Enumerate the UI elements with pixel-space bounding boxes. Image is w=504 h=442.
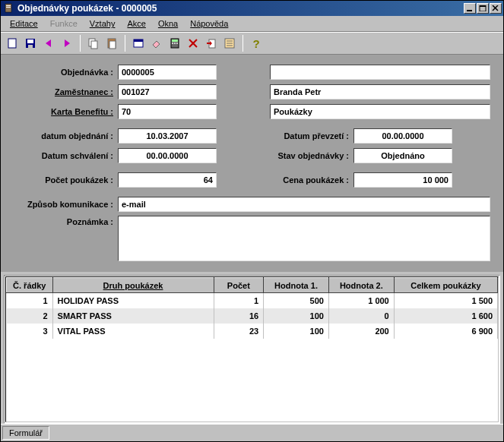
cancel-button[interactable] (185, 35, 201, 52)
input-karta-benefitu-name[interactable] (270, 104, 490, 119)
menu-editace[interactable]: Editace (4, 17, 44, 30)
calc-button[interactable] (166, 35, 183, 52)
next-button[interactable] (59, 35, 75, 52)
prev-button[interactable] (40, 35, 57, 52)
svg-rect-3 (467, 10, 472, 11)
menu-funkce: Funkce (44, 17, 84, 30)
table-row[interactable]: 3 VITAL PASS 23 100 200 6 900 (7, 324, 498, 339)
menu-napoveda[interactable]: Nápověda (184, 17, 234, 30)
paste-button[interactable] (103, 35, 120, 52)
statusbar: Formulář (1, 424, 503, 441)
window-title: Objednávky poukázek - 0000005 (17, 3, 464, 14)
svg-rect-15 (91, 41, 97, 49)
table-row[interactable]: 1 HOLIDAY PASS 1 500 1 000 1 500 (7, 293, 498, 308)
new-button[interactable] (4, 35, 21, 52)
label-pocet-poukazek: Počet poukázek : (11, 175, 118, 185)
table-row[interactable]: 2 SMART PASS 16 100 0 1 600 (7, 308, 498, 324)
label-zpusob-komunikace: Způsob komunikace : (11, 200, 118, 209)
label-poznamka: Poznámka : (11, 216, 118, 226)
menu-okna[interactable]: Okna (152, 17, 184, 30)
input-zpusob-komunikace[interactable] (118, 197, 490, 212)
import-button[interactable] (203, 35, 220, 52)
app-icon (2, 2, 14, 14)
grid-area: Č. řádky Druh poukázek Počet Hodnota 1. … (4, 275, 500, 424)
svg-rect-21 (172, 39, 178, 42)
svg-rect-5 (480, 5, 486, 7)
col-hodnota2[interactable]: Hodnota 2. (328, 278, 394, 293)
input-poznamka[interactable] (118, 216, 490, 261)
grid-table[interactable]: Č. řádky Druh poukázek Počet Hodnota 1. … (6, 277, 498, 339)
input-zamestnanec-name[interactable] (270, 84, 490, 99)
erase-button[interactable] (148, 35, 165, 52)
label-karta-benefitu[interactable]: Karta Benefitu : (11, 107, 118, 116)
svg-rect-10 (27, 39, 33, 43)
col-pocet[interactable]: Počet (214, 278, 264, 293)
label-zamestnanec[interactable]: Zaměstnanec : (11, 87, 118, 96)
status-formular[interactable]: Formulář (2, 426, 49, 440)
svg-rect-0 (5, 4, 11, 12)
input-zamestnanec[interactable] (118, 84, 217, 99)
svg-marker-13 (65, 39, 70, 47)
svg-rect-24 (176, 43, 178, 44)
col-hodnota1[interactable]: Hodnota 1. (264, 278, 329, 293)
svg-rect-22 (172, 43, 173, 44)
save-button[interactable] (22, 35, 39, 52)
svg-rect-19 (134, 39, 143, 42)
maximize-button[interactable] (477, 3, 489, 14)
svg-rect-11 (28, 45, 33, 48)
label-datum-prevzeti: Datum převzetí : (239, 131, 353, 140)
menubar: Editace Funkce Vztahy Akce Okna Nápověda (1, 16, 503, 32)
col-c-radky[interactable]: Č. řádky (7, 278, 53, 293)
label-cena-poukazek: Cena poukázek : (239, 175, 353, 185)
input-objednavka[interactable] (118, 65, 217, 80)
svg-marker-12 (46, 39, 51, 47)
svg-rect-17 (109, 41, 116, 49)
toolbar: ? (1, 32, 503, 55)
menu-vztahy[interactable]: Vztahy (84, 17, 122, 30)
input-datum-prevzeti[interactable] (353, 128, 452, 144)
menu-akce[interactable]: Akce (121, 17, 151, 30)
titlebar: Objednávky poukázek - 0000005 (1, 1, 503, 16)
input-datum-objednani[interactable] (118, 128, 217, 144)
input-karta-benefitu[interactable] (118, 104, 217, 119)
label-stav-objednavky: Stav objednávky : (239, 151, 353, 160)
list-button[interactable] (221, 35, 238, 52)
copy-button[interactable] (85, 35, 102, 52)
minimize-button[interactable] (464, 3, 476, 14)
col-celkem[interactable]: Celkem poukázky (394, 278, 497, 293)
label-datum-objednani: datum objednání : (11, 131, 118, 140)
input-pocet-poukazek[interactable] (118, 172, 217, 188)
window: Objednávky poukázek - 0000005 Editace Fu… (0, 0, 504, 442)
label-datum-schvaleni: Datum schválení : (11, 151, 118, 160)
form-area: Objednávka : Zaměstnanec : Karta Benefit… (1, 55, 503, 272)
svg-rect-1 (6, 5, 11, 6)
help-button[interactable]: ? (248, 35, 265, 52)
input-objednavka-desc[interactable] (270, 65, 490, 80)
input-cena-poukazek[interactable] (353, 172, 452, 188)
svg-rect-8 (8, 39, 16, 48)
svg-rect-23 (174, 43, 176, 44)
col-druh[interactable]: Druh poukázek (52, 278, 214, 293)
svg-rect-2 (6, 7, 11, 8)
input-stav-objednavky[interactable] (353, 148, 452, 163)
input-datum-schvaleni[interactable] (118, 148, 217, 163)
form-button[interactable] (130, 35, 147, 52)
label-objednavka: Objednávka : (11, 68, 118, 77)
close-button[interactable] (490, 3, 502, 14)
